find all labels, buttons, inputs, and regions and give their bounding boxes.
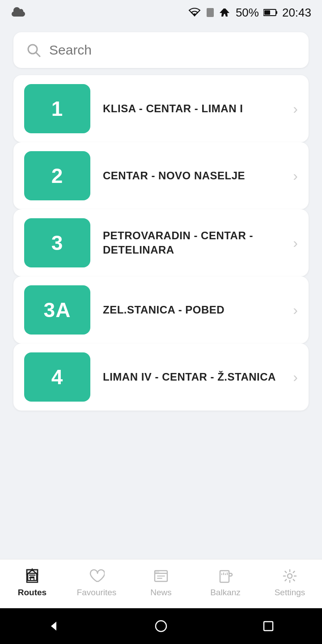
route-card-route-2[interactable]: 2 CENTAR - NOVO NASELJE › [13,142,309,209]
route-number: 1 [51,97,64,121]
route-name: CENTAR - NOVO NASELJE [103,169,288,183]
route-number-box: 1 [24,84,90,133]
main-content: 1 KLISA - CENTAR - LIMAN I › 2 CENTAR - … [0,25,322,559]
favourites-icon [87,567,106,585]
nav-label-routes: Routes [18,588,47,597]
airplane-icon [220,8,231,17]
route-number: 4 [51,365,64,389]
news-icon [152,567,170,585]
nav-label-favourites: Favourites [77,588,117,597]
routes-icon [23,567,42,585]
balkanz-icon [216,567,235,585]
nav-label-balkanz: Balkanz [210,588,241,597]
search-input[interactable] [49,42,296,58]
chevron-right-icon: › [293,168,298,184]
route-number-box: 3A [24,285,90,335]
nav-item-favourites[interactable]: Favourites [64,565,129,597]
svg-rect-3 [276,11,277,14]
svg-point-11 [288,574,292,578]
nav-item-news[interactable]: News [129,565,193,597]
route-card-route-3[interactable]: 3 PETROVARADIN - CENTAR - DETELINARA › [13,209,309,276]
wifi-icon [188,8,201,17]
route-number: 2 [51,164,64,188]
route-name: PETROVARADIN - CENTAR - DETELINARA [103,229,288,258]
svg-point-0 [194,15,195,17]
route-number-box: 4 [24,352,90,402]
nav-label-settings: Settings [275,588,305,597]
time-display: 20:43 [282,6,311,20]
chevron-right-icon: › [293,302,298,318]
svg-rect-1 [207,8,214,17]
chevron-right-icon: › [293,101,298,117]
battery-icon [263,8,278,17]
routes-list: 1 KLISA - CENTAR - LIMAN I › 2 CENTAR - … [13,75,309,411]
search-icon [26,42,41,58]
sim-icon [205,8,215,17]
route-card-route-1[interactable]: 1 KLISA - CENTAR - LIMAN I › [13,75,309,142]
route-card-route-3a[interactable]: 3A ZEL.STANICA - POBED › [13,276,309,343]
back-button[interactable] [47,620,60,632]
route-card-route-4[interactable]: 4 LIMAN IV - CENTAR - Ž.STANICA › [13,343,309,411]
status-left [11,7,28,18]
route-name: KLISA - CENTAR - LIMAN I [103,102,288,116]
route-number-box: 3 [24,218,90,267]
status-right: 50% 20:43 [188,6,311,20]
nav-item-balkanz[interactable]: Balkanz [193,565,258,597]
recents-button[interactable] [262,620,275,632]
svg-rect-14 [264,622,273,631]
nav-label-news: News [150,588,172,597]
nav-item-routes[interactable]: Routes [0,565,64,597]
cloud-icon [11,7,28,18]
svg-marker-12 [51,622,56,631]
svg-rect-10 [220,571,229,582]
bottom-nav: Routes Favourites News [0,559,322,608]
search-bar[interactable] [13,32,309,68]
svg-line-6 [36,52,40,56]
battery-percentage: 50% [236,6,259,20]
route-number: 3A [44,298,71,322]
settings-icon [280,567,299,585]
route-number: 3 [51,231,64,255]
svg-rect-4 [264,10,270,15]
status-bar: 50% 20:43 [0,0,322,25]
nav-item-settings[interactable]: Settings [258,565,322,597]
android-nav-bar [0,608,322,644]
svg-point-13 [156,621,166,631]
route-name: ZEL.STANICA - POBED [103,303,288,317]
home-button[interactable] [155,620,167,632]
svg-rect-9 [155,571,159,573]
route-name: LIMAN IV - CENTAR - Ž.STANICA [103,370,288,384]
chevron-right-icon: › [293,235,298,251]
route-number-box: 2 [24,151,90,200]
chevron-right-icon: › [293,369,298,386]
